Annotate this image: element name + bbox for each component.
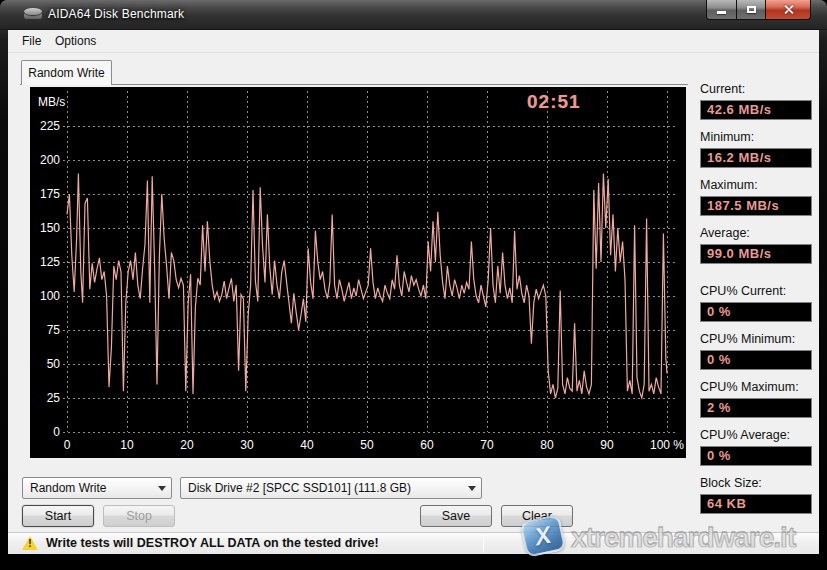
stat-current: Current:42.6 MB/s [700, 82, 812, 120]
stat-cpu-maximum: CPU% Maximum:2 % [700, 380, 812, 418]
app-window: AIDA64 Disk Benchmark File Options Rando… [0, 0, 827, 570]
minimize-button[interactable] [706, 0, 737, 20]
stat-label: CPU% Current: [700, 284, 812, 299]
stat-value: 16.2 MB/s [700, 148, 812, 168]
stat-minimum: Minimum:16.2 MB/s [700, 130, 812, 168]
y-tick-label: 0 [32, 425, 60, 439]
tab-random-write[interactable]: Random Write [21, 60, 112, 85]
close-button[interactable] [766, 0, 811, 20]
y-tick-label: 25 [32, 391, 60, 405]
test-type-select[interactable]: Random Write [22, 477, 172, 499]
stat-label: Block Size: [700, 476, 812, 491]
stat-label: CPU% Average: [700, 428, 812, 443]
stat-value: 187.5 MB/s [700, 196, 812, 216]
stat-label: Minimum: [700, 130, 812, 145]
stat-value: 0 % [700, 350, 812, 370]
menu-item-file[interactable]: File [15, 30, 48, 52]
x-tick-label: 100 % [643, 438, 691, 452]
stat-maximum: Maximum:187.5 MB/s [700, 178, 812, 216]
window-title: AIDA64 Disk Benchmark [48, 7, 184, 21]
y-tick-label: 175 [32, 187, 60, 201]
maximize-icon [747, 6, 756, 13]
x-tick-label: 80 [523, 438, 571, 452]
chevron-down-icon [153, 479, 170, 497]
stat-cpu-average: CPU% Average:0 % [700, 428, 812, 466]
drive-select[interactable]: Disk Drive #2 [SPCC SSD101] (111.8 GB) [180, 477, 482, 499]
clear-button[interactable]: Clear [501, 505, 573, 527]
x-tick-label: 50 [343, 438, 391, 452]
close-icon [783, 4, 794, 15]
y-tick-label: 150 [32, 221, 60, 235]
disk-drive-icon [24, 8, 42, 21]
minimize-icon [717, 11, 726, 14]
chart-plot [30, 87, 686, 458]
stat-label: CPU% Maximum: [700, 380, 812, 395]
status-bar: ! Write tests will DESTROY ALL DATA on t… [8, 532, 819, 554]
y-tick-label: 75 [32, 323, 60, 337]
stat-cpu-minimum: CPU% Minimum:0 % [700, 332, 812, 370]
stat-cpu-current: CPU% Current:0 % [700, 284, 812, 322]
status-divider [483, 535, 484, 553]
x-tick-label: 60 [403, 438, 451, 452]
stat-value: 2 % [700, 398, 812, 418]
drive-select-value: Disk Drive #2 [SPCC SSD101] (111.8 GB) [188, 481, 411, 495]
title-bar[interactable]: AIDA64 Disk Benchmark [0, 0, 827, 30]
stat-label: CPU% Minimum: [700, 332, 812, 347]
x-tick-label: 90 [583, 438, 631, 452]
y-tick-label: 100 [32, 289, 60, 303]
benchmark-chart: MB/s 02:51 0255075100125150175200225 010… [30, 87, 686, 458]
save-button[interactable]: Save [420, 505, 492, 527]
menu-item-options[interactable]: Options [48, 30, 103, 52]
y-axis-unit-label: MB/s [38, 95, 65, 109]
x-tick-label: 20 [163, 438, 211, 452]
x-tick-label: 30 [223, 438, 271, 452]
stat-block-size: Block Size:64 KB [700, 476, 812, 514]
stat-value: 0 % [700, 446, 812, 466]
warning-text: Write tests will DESTROY ALL DATA on the… [46, 536, 379, 550]
elapsed-time: 02:51 [527, 91, 617, 113]
y-tick-label: 50 [32, 357, 60, 371]
stat-label: Average: [700, 226, 812, 241]
y-tick-label: 125 [32, 255, 60, 269]
stat-label: Maximum: [700, 178, 812, 193]
stat-value: 99.0 MB/s [700, 244, 812, 264]
start-button[interactable]: Start [22, 505, 94, 527]
chevron-down-icon [463, 479, 480, 497]
test-type-value: Random Write [30, 481, 106, 495]
y-tick-label: 200 [32, 153, 60, 167]
warning-icon: ! [22, 536, 38, 550]
window-controls [706, 0, 811, 22]
x-tick-label: 40 [283, 438, 331, 452]
stat-value: 42.6 MB/s [700, 100, 812, 120]
x-tick-label: 10 [103, 438, 151, 452]
stat-label: Current: [700, 82, 812, 97]
stop-button[interactable]: Stop [103, 505, 175, 527]
y-tick-label: 225 [32, 119, 60, 133]
stat-average: Average:99.0 MB/s [700, 226, 812, 264]
menu-bar: File Options [8, 30, 819, 53]
maximize-button[interactable] [737, 0, 766, 20]
x-tick-label: 0 [43, 438, 91, 452]
stat-value: 0 % [700, 302, 812, 322]
x-tick-label: 70 [463, 438, 511, 452]
stat-value: 64 KB [700, 494, 812, 514]
